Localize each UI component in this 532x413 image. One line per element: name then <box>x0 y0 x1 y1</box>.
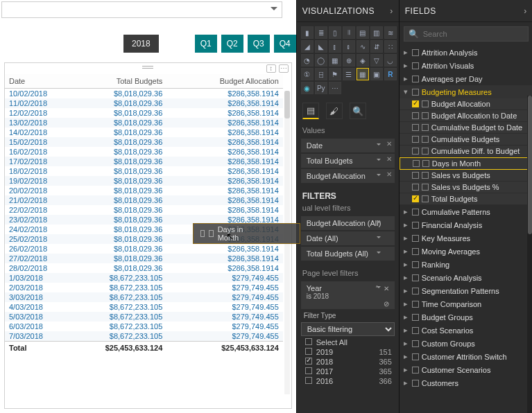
year-filter-item[interactable]: Year ˄ ✕ is 2018 ⊘ <box>301 281 395 309</box>
table-row[interactable]: 6/03/2018$8,672,233.105$279,749.455 <box>5 322 283 331</box>
viz-clustered-bar[interactable]: ≣ <box>315 26 327 39</box>
viz-line[interactable]: ≋ <box>384 26 397 39</box>
table-node[interactable]: ▾Budgeting Measures <box>400 85 532 98</box>
viz-matrix[interactable]: ▣ <box>370 68 383 80</box>
checkbox-icon[interactable] <box>412 124 419 131</box>
visual-filter-item[interactable]: Date (All) <box>301 231 395 245</box>
clear-filter-icon[interactable]: ⊘ <box>384 300 389 308</box>
filter-option[interactable]: Select All <box>297 337 399 347</box>
filter-option[interactable]: 2018365 <box>297 357 399 367</box>
viz-stacked-area[interactable]: ◣ <box>315 40 327 53</box>
table-row[interactable]: 16/02/2018$8,018,029.36$286,358.1914 <box>5 147 283 157</box>
table-node[interactable]: ▸Financial Analysis <box>400 218 532 231</box>
viz-stacked-bar[interactable]: ▮ <box>301 26 314 39</box>
checkbox-icon[interactable] <box>412 195 419 202</box>
table-node[interactable]: ▸Moving Averages <box>400 245 532 258</box>
table-row[interactable]: 18/02/2018$8,018,029.36$286,358.1914 <box>5 166 283 176</box>
viz-python[interactable]: Py <box>315 82 327 94</box>
viz-scatter[interactable]: ∷ <box>384 40 397 53</box>
table-node[interactable]: ▸Customer Scenarios <box>400 363 532 376</box>
viz-donut[interactable]: ◯ <box>315 54 327 67</box>
viz-line-stacked[interactable]: ⫾ <box>343 40 355 53</box>
table-node[interactable]: ▸Attrition Analysis <box>400 46 532 59</box>
filter-option[interactable]: 2017365 <box>297 367 399 376</box>
viz-100-bar[interactable]: ▤ <box>357 26 369 39</box>
checkbox-icon[interactable] <box>412 112 419 119</box>
field-node[interactable]: Sales vs Budgets <box>400 170 532 182</box>
viz-line-column[interactable]: ⫿ <box>329 40 341 53</box>
table-node[interactable]: ▸Attrition Visuals <box>400 59 532 72</box>
table-node[interactable]: ▸Custom Groups <box>400 337 532 350</box>
year-slicer-button[interactable]: 2018 <box>123 35 159 53</box>
viz-funnel[interactable]: ▽ <box>370 54 383 67</box>
col-total-budgets[interactable]: Total Budgets <box>53 74 166 89</box>
table-row[interactable]: 1/03/2018$8,672,233.105$279,749.455 <box>5 273 283 283</box>
field-node[interactable]: Sales vs Budgets % <box>400 182 532 193</box>
checkbox-icon[interactable] <box>412 148 419 155</box>
remove-well-icon[interactable]: ✕ <box>386 140 392 148</box>
viz-map[interactable]: ⊕ <box>343 54 355 67</box>
field-well[interactable]: Date✕ <box>301 139 395 152</box>
field-well[interactable]: Total Budgets✕ <box>301 154 395 168</box>
viz-arcgis[interactable]: ◉ <box>301 82 314 94</box>
filter-type-select[interactable]: Basic filtering <box>301 322 395 336</box>
remove-well-icon[interactable]: ✕ <box>386 155 392 163</box>
table-row[interactable]: 12/02/2018$8,018,029.36$286,358.1914 <box>5 108 283 118</box>
viz-gauge[interactable]: ◡ <box>384 54 397 67</box>
table-row[interactable]: 7/03/2018$8,672,233.105$279,749.455 <box>5 331 283 342</box>
field-node[interactable]: Total Budgets <box>400 193 532 205</box>
remove-well-icon[interactable]: ✕ <box>386 170 392 178</box>
collapse-filter-icon[interactable]: ˄ <box>375 285 379 292</box>
drilldown-icon[interactable]: ↕ <box>266 64 276 73</box>
visual-filter-item[interactable]: Total Budgets (All) <box>301 247 395 261</box>
table-row[interactable]: 14/02/2018$8,018,029.36$286,358.1914 <box>5 128 283 137</box>
table-node[interactable]: ▸Ranking <box>400 258 532 271</box>
col-budget-allocation[interactable]: Budget Allocation <box>166 74 282 89</box>
field-node[interactable]: Cumulative Budgets <box>400 134 532 146</box>
table-node[interactable]: ▸Key Measures <box>400 231 532 245</box>
viz-clustered-column[interactable]: ⫴ <box>343 26 355 39</box>
table-row[interactable]: 17/02/2018$8,018,029.36$286,358.1914 <box>5 157 283 166</box>
viz-ribbon[interactable]: ∿ <box>357 40 369 53</box>
q1-button[interactable]: Q1 <box>195 35 217 53</box>
table-node[interactable]: ▸Customers <box>400 376 532 389</box>
table-row[interactable]: 22/02/2018$8,018,029.36$286,358.1914 <box>5 205 283 215</box>
table-row[interactable]: 2/03/2018$8,672,233.105$279,749.455 <box>5 283 283 292</box>
table-node[interactable]: ▸Budget Groups <box>400 310 532 324</box>
viz-multi-card[interactable]: ⌸ <box>315 68 327 80</box>
checkbox-icon[interactable] <box>412 172 419 179</box>
table-node[interactable]: ▸Time Comparison <box>400 297 532 310</box>
fields-well-icon[interactable]: ▤ <box>302 103 319 119</box>
top-slicer-dropdown[interactable] <box>1 1 282 18</box>
checkbox-icon[interactable] <box>412 100 419 107</box>
analytics-pane-icon[interactable]: 🔍 <box>350 103 366 119</box>
field-node[interactable]: Cumulative Diff. to Budget <box>400 146 532 157</box>
table-row[interactable]: 4/03/2018$8,672,233.105$279,749.455 <box>5 302 283 312</box>
table-row[interactable]: 28/02/2018$8,018,029.36$286,358.1914 <box>5 263 283 273</box>
remove-filter-icon[interactable]: ✕ <box>384 285 389 292</box>
collapse-viz-icon[interactable]: › <box>390 6 393 16</box>
table-row[interactable]: 27/02/2018$8,018,029.36$286,358.1914 <box>5 254 283 263</box>
q4-button[interactable]: Q4 <box>274 35 296 53</box>
table-row[interactable]: 15/02/2018$8,018,029.36$286,358.1914 <box>5 137 283 147</box>
field-node[interactable]: Days in Month <box>400 157 532 170</box>
viz-area[interactable]: ◢ <box>301 40 314 53</box>
table-row[interactable]: 11/02/2018$8,018,029.36$286,358.1914 <box>5 98 283 108</box>
more-options-icon[interactable]: ⋯ <box>279 64 289 73</box>
table-row[interactable]: 10/02/2018$8,018,029.36$286,358.1914 <box>5 89 283 99</box>
col-date[interactable]: Date <box>5 74 53 89</box>
viz-table[interactable]: ▦ <box>357 68 369 80</box>
drag-handle-icon[interactable] <box>142 66 153 69</box>
q2-button[interactable]: Q2 <box>221 35 243 53</box>
filter-option[interactable]: 2019151 <box>297 347 399 357</box>
viz-r-script[interactable]: R <box>384 68 397 80</box>
field-node[interactable]: Budget Allocation to Date <box>400 110 532 122</box>
visual-filter-item[interactable]: Budget Allocation (All) <box>301 216 395 230</box>
q3-button[interactable]: Q3 <box>248 35 270 53</box>
field-well[interactable]: Budget Allocation✕ <box>301 169 395 183</box>
viz-stacked-column[interactable]: ▯ <box>329 26 341 39</box>
table-row[interactable]: 20/02/2018$8,018,029.36$286,358.1914 <box>5 186 283 195</box>
table-row[interactable]: 3/03/2018$8,672,233.105$279,749.455 <box>5 292 283 302</box>
search-input[interactable] <box>423 30 524 38</box>
viz-card[interactable]: ① <box>301 68 314 80</box>
